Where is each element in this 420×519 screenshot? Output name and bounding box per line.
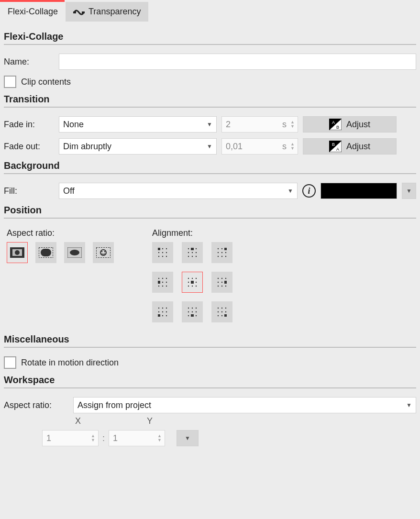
svg-point-50 — [166, 278, 167, 279]
workspace-aspect-select[interactable]: Assign from project ▼ — [73, 397, 416, 413]
svg-text:B: B — [332, 142, 335, 147]
color-dropdown-button[interactable]: ▼ — [402, 183, 416, 199]
svg-point-30 — [188, 248, 189, 249]
svg-rect-61 — [191, 281, 194, 284]
svg-rect-71 — [224, 281, 227, 284]
svg-point-69 — [218, 282, 219, 283]
align-middle-left-button[interactable] — [152, 272, 173, 293]
fade-in-value: None — [63, 120, 84, 130]
svg-point-36 — [188, 256, 189, 257]
svg-rect-14 — [41, 249, 51, 256]
svg-rect-91 — [191, 314, 194, 317]
fill-select[interactable]: Off ▼ — [59, 183, 298, 199]
align-top-right-button[interactable] — [211, 242, 232, 263]
svg-point-96 — [218, 311, 219, 312]
unit-seconds: s — [282, 142, 287, 152]
svg-point-88 — [192, 311, 193, 312]
svg-point-99 — [218, 315, 219, 316]
svg-point-78 — [158, 311, 159, 312]
svg-point-45 — [218, 256, 219, 257]
chevron-down-icon: ▼ — [406, 402, 412, 409]
svg-point-42 — [218, 252, 219, 253]
svg-point-85 — [192, 308, 193, 309]
align-middle-right-button[interactable] — [211, 272, 232, 293]
svg-point-98 — [225, 311, 226, 312]
svg-point-40 — [221, 248, 222, 249]
svg-rect-51 — [158, 281, 160, 284]
label-fill: Fill: — [4, 186, 54, 196]
svg-rect-101 — [224, 314, 227, 317]
svg-point-38 — [196, 256, 197, 257]
svg-point-53 — [166, 282, 167, 283]
svg-point-56 — [166, 286, 167, 287]
svg-point-67 — [221, 278, 222, 279]
svg-text:A: A — [336, 147, 339, 152]
section-title-background: Background — [4, 157, 416, 172]
svg-point-57 — [188, 278, 189, 279]
align-bottom-left-button[interactable] — [152, 301, 173, 322]
rotate-motion-checkbox[interactable] — [4, 356, 16, 369]
svg-point-26 — [166, 252, 167, 253]
svg-point-62 — [196, 282, 197, 283]
workspace-x-input[interactable]: 1 ▲▼ — [42, 430, 99, 446]
svg-point-20 — [104, 251, 106, 253]
label-colon: : — [102, 433, 105, 443]
ab-icon: AB — [329, 119, 342, 130]
svg-point-95 — [225, 308, 226, 309]
fade-out-value: Dim abruptly — [63, 142, 111, 152]
workspace-ratio-dropdown[interactable]: ▼ — [177, 430, 199, 446]
svg-rect-0 — [73, 11, 76, 13]
svg-point-89 — [196, 311, 197, 312]
fade-in-time-input[interactable]: 2 s ▲▼ — [221, 116, 298, 133]
adjust-fade-in-button[interactable]: AB Adjust — [303, 116, 397, 133]
aspect-crop-button[interactable] — [35, 242, 56, 263]
label-name: Name: — [4, 57, 54, 67]
label-x: X — [42, 416, 114, 426]
align-bottom-right-button[interactable] — [211, 301, 232, 322]
svg-rect-81 — [158, 314, 160, 317]
adjust-fade-out-button[interactable]: BA Adjust — [303, 138, 397, 155]
svg-point-39 — [218, 248, 219, 249]
svg-point-86 — [196, 308, 197, 309]
fade-out-select[interactable]: Dim abruptly ▼ — [59, 138, 217, 155]
svg-point-65 — [196, 286, 197, 287]
svg-point-76 — [162, 308, 163, 309]
info-icon[interactable]: i — [302, 184, 316, 198]
svg-point-58 — [192, 278, 193, 279]
svg-point-16 — [70, 250, 79, 255]
svg-point-24 — [158, 252, 159, 253]
aspect-custom-button[interactable] — [93, 242, 114, 263]
align-top-center-button[interactable] — [182, 242, 203, 263]
label-aspect-ratio: Aspect ratio: — [7, 228, 114, 242]
svg-point-79 — [162, 311, 163, 312]
svg-rect-31 — [191, 248, 194, 250]
label-fade-out: Fade out: — [4, 142, 54, 152]
align-bottom-center-button[interactable] — [182, 301, 203, 322]
fade-out-time-input[interactable]: 0,01 s ▲▼ — [221, 138, 298, 155]
label-rotate-motion: Rotate in motion direction — [21, 358, 119, 368]
svg-point-72 — [218, 286, 219, 287]
tab-flexi-collage[interactable]: Flexi-Collage — [0, 2, 66, 22]
svg-point-87 — [188, 311, 189, 312]
clip-contents-checkbox[interactable] — [4, 76, 16, 88]
align-top-left-button[interactable] — [152, 242, 173, 263]
fade-in-time-value: 2 — [226, 120, 278, 130]
tab-transparency[interactable]: Transparency — [66, 2, 148, 22]
workspace-y-input[interactable]: 1 ▲▼ — [109, 430, 165, 446]
label-fade-in: Fade in: — [4, 120, 54, 130]
svg-point-12 — [15, 250, 20, 255]
svg-point-82 — [162, 315, 163, 316]
fade-in-select[interactable]: None ▼ — [59, 116, 217, 133]
svg-point-84 — [188, 308, 189, 309]
background-color-well[interactable] — [321, 183, 397, 199]
svg-point-97 — [221, 311, 222, 312]
label-clip-contents: Clip contents — [21, 77, 71, 87]
chevron-down-icon: ▼ — [287, 188, 293, 194]
aspect-stretch-button[interactable] — [64, 242, 85, 263]
svg-point-32 — [196, 248, 197, 249]
name-input[interactable] — [59, 54, 416, 70]
svg-rect-41 — [224, 248, 227, 250]
align-middle-center-button[interactable] — [182, 272, 203, 293]
aspect-keep-button[interactable] — [7, 242, 28, 263]
svg-point-70 — [221, 282, 222, 283]
